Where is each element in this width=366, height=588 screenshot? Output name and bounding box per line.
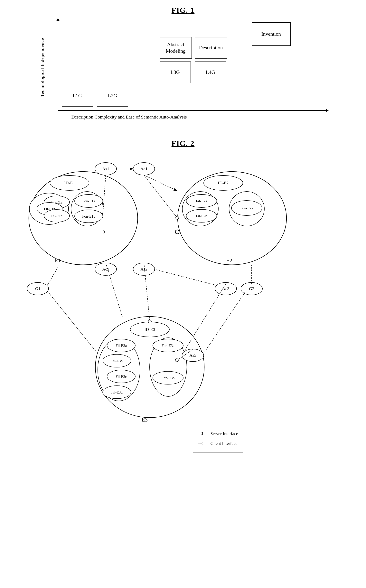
svg-point-57 <box>27 283 49 295</box>
svg-line-75 <box>47 291 96 351</box>
svg-point-22 <box>182 191 218 226</box>
svg-point-4 <box>178 172 287 265</box>
svg-point-3 <box>29 172 138 265</box>
svg-point-35 <box>107 339 135 352</box>
svg-line-67 <box>103 175 106 209</box>
box-l3g: L3G <box>160 61 191 83</box>
svg-text:Fon-E1b: Fon-E1b <box>82 214 95 218</box>
x-axis-label: Description Complexity and Ease of Seman… <box>71 115 187 120</box>
svg-text:Fil-E1b: Fil-E1b <box>44 207 55 211</box>
svg-text:G1: G1 <box>35 286 40 291</box>
svg-point-61 <box>241 283 262 295</box>
svg-text:Ac3: Ac3 <box>222 286 229 291</box>
svg-point-63 <box>182 349 204 362</box>
fig1-section: FIG. 1 Technological Independence Descri… <box>12 6 354 127</box>
svg-text:Ac2: Ac2 <box>102 267 109 271</box>
box-l2g: L2G <box>97 85 128 107</box>
svg-text:Fil-E3b: Fil-E3b <box>111 359 122 363</box>
svg-line-70 <box>144 263 150 322</box>
svg-text:Fil-E1a: Fil-E1a <box>51 200 62 204</box>
legend: —O Server Interface —< Client Interface <box>193 426 243 452</box>
svg-line-72 <box>144 175 177 191</box>
svg-text:ID-E3: ID-E3 <box>144 327 155 332</box>
x-axis <box>58 110 326 111</box>
svg-point-9 <box>44 196 69 208</box>
box-l4g: L4G <box>195 61 226 83</box>
svg-point-28 <box>231 201 262 215</box>
svg-point-44 <box>153 339 183 352</box>
svg-text:Fon-E3b: Fon-E3b <box>161 376 175 380</box>
box-invention: Invention <box>252 22 291 46</box>
box-description: Description <box>195 37 227 59</box>
fig1-title: FIG. 1 <box>12 6 354 15</box>
svg-text:E1: E1 <box>55 257 61 263</box>
svg-point-55 <box>133 263 155 275</box>
svg-point-8 <box>29 193 69 224</box>
svg-point-18 <box>75 210 103 223</box>
svg-point-6 <box>50 176 89 190</box>
svg-line-77 <box>204 292 245 353</box>
fig1-chart: Technological Independence Description C… <box>36 18 330 122</box>
svg-line-65 <box>144 175 177 218</box>
client-interface-symbol: —< <box>198 439 208 448</box>
svg-text:Fil-E3d: Fil-E3d <box>111 390 122 394</box>
svg-line-80 <box>183 284 226 353</box>
svg-point-49 <box>95 163 116 175</box>
svg-point-79 <box>175 359 178 362</box>
svg-text:ID-E1: ID-E1 <box>64 180 75 185</box>
svg-line-74 <box>47 264 60 286</box>
svg-text:ID-E2: ID-E2 <box>218 180 229 185</box>
svg-text:Fon-E1a: Fon-E1a <box>82 199 95 203</box>
server-interface-symbol: —O <box>198 429 208 438</box>
svg-point-25 <box>186 209 217 222</box>
svg-line-73 <box>154 269 214 285</box>
svg-point-20 <box>204 176 243 190</box>
svg-text:Ac1: Ac1 <box>140 166 147 171</box>
svg-point-51 <box>133 163 155 175</box>
svg-text:Fil-E3a: Fil-E3a <box>115 344 127 348</box>
svg-point-71 <box>148 320 151 323</box>
svg-point-34 <box>98 339 140 401</box>
svg-point-11 <box>37 203 62 215</box>
svg-text:Fil-E2b: Fil-E2b <box>196 214 207 218</box>
svg-text:Fil-E3c: Fil-E3c <box>115 374 127 379</box>
svg-point-32 <box>130 322 169 337</box>
svg-text:Fil-E2a: Fil-E2a <box>196 199 207 203</box>
svg-point-27 <box>229 191 264 226</box>
legend-client-row: —< Client Interface <box>198 439 238 448</box>
svg-point-39 <box>107 370 135 383</box>
svg-text:Fon-E3a: Fon-E3a <box>161 344 175 348</box>
svg-text:Fil-E1c: Fil-E1c <box>51 214 62 218</box>
svg-point-16 <box>75 194 103 207</box>
svg-text:E3: E3 <box>142 417 148 423</box>
svg-point-37 <box>103 354 131 367</box>
svg-point-66 <box>176 216 179 219</box>
client-interface-label: Client Interface <box>211 439 237 448</box>
fig2-title: FIG. 2 <box>12 139 354 148</box>
svg-text:As1: As1 <box>102 166 109 171</box>
svg-text:As2: As2 <box>140 267 147 271</box>
y-axis <box>58 20 58 110</box>
svg-point-41 <box>103 386 131 399</box>
svg-text:Fon-E2a: Fon-E2a <box>240 206 253 210</box>
svg-text:As3: As3 <box>189 353 196 358</box>
svg-point-59 <box>215 283 236 295</box>
fig2-diagram: ID-E1 Fil-E1a Fil-E1b Fil-E1c Fon-E1a Fo… <box>17 155 350 567</box>
svg-point-43 <box>150 338 187 397</box>
svg-point-23 <box>186 194 217 207</box>
y-axis-label: Technological Independence <box>40 38 45 97</box>
fig2-section: FIG. 2 <box>12 139 354 567</box>
svg-point-13 <box>44 210 69 222</box>
svg-point-46 <box>153 371 183 384</box>
server-interface-label: Server Interface <box>211 429 238 438</box>
svg-point-5 <box>95 317 204 418</box>
legend-server-row: —O Server Interface <box>198 429 238 438</box>
svg-line-78 <box>177 349 193 360</box>
svg-text:E2: E2 <box>226 257 232 263</box>
svg-line-69 <box>106 263 122 317</box>
svg-point-53 <box>95 263 116 275</box>
box-abstract-modeling: AbstractModeling <box>160 37 192 59</box>
svg-text:G2: G2 <box>249 286 254 291</box>
box-l1g: L1G <box>62 85 93 107</box>
svg-point-15 <box>71 191 103 226</box>
